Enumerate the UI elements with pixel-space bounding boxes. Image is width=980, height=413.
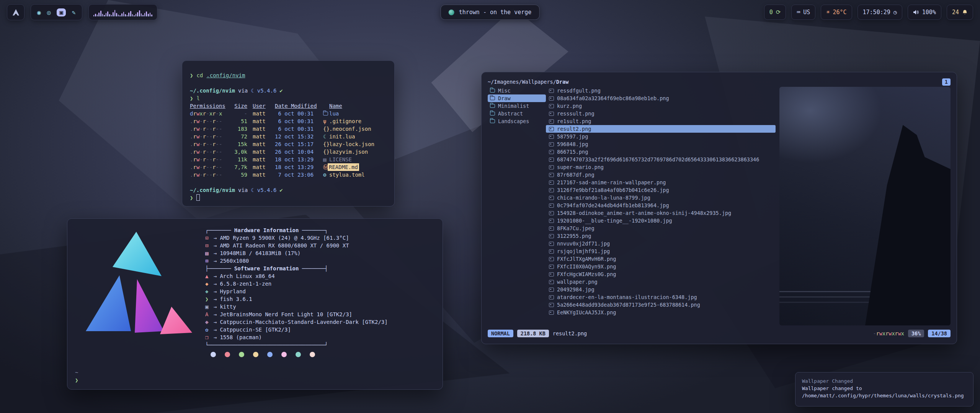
weather-widget[interactable]: ☀ 26°C: [821, 5, 852, 20]
volume-widget[interactable]: 100%: [908, 5, 941, 20]
file-row[interactable]: 19201080-__blue-tinge__-1920×1080.jpg: [546, 217, 776, 224]
file-row[interactable]: 68747470733a2f2f696d616765732d7769786d70…: [546, 156, 776, 163]
notification-popup[interactable]: Wallpaper Changed Wallpaper changed to /…: [795, 372, 973, 406]
image-file-icon: [549, 226, 554, 231]
folder-icon: [490, 96, 495, 100]
file-name: 217167-sad-anime-rain-wallpaper.png: [557, 179, 666, 186]
parent-folder-list: MiscDrawMinimalistAbstractLandscapes: [488, 87, 546, 325]
file-manager-window[interactable]: ~/Imagenes/Wallpapers/Draw 1 MiscDrawMin…: [481, 72, 957, 344]
file-manager-header: ~/Imagenes/Wallpapers/Draw 1: [488, 77, 951, 87]
file-row[interactable]: nnvuv0xj2df71.jpg: [546, 240, 776, 247]
file-row[interactable]: 596848.jpg: [546, 140, 776, 148]
user-cell: matt: [247, 110, 270, 117]
file-row[interactable]: 154928-odinokoe_anime-art-anime-okno-sin…: [546, 209, 776, 217]
workspace-4[interactable]: ✎: [72, 9, 76, 16]
file-row[interactable]: 3122955.png: [546, 232, 776, 240]
keyboard-layout-widget[interactable]: ⌨ US: [791, 5, 815, 20]
image-file-icon: [549, 303, 554, 307]
image-file-icon: [549, 288, 554, 292]
section-bottom-border: └────────────────────────────────────┘: [205, 341, 435, 349]
file-name: LICENSE: [328, 156, 352, 163]
audio-visualizer: [88, 4, 157, 20]
icons-icon: ✿: [205, 326, 214, 333]
file-row[interactable]: atardecer-en-la-montanas-ilustracion-634…: [546, 293, 776, 301]
font-icon: A: [205, 311, 214, 318]
fastfetch-info-line: ❉→Catppuccin-Macchiato-Standard-Lavender…: [205, 318, 435, 326]
file-row[interactable]: ressdfgult.png: [546, 87, 776, 94]
file-row[interactable]: 866715.png: [546, 148, 776, 156]
ls-row: drwxr-xr-x-matt 6 oct 00:31lua: [190, 110, 387, 117]
image-file-icon: [549, 311, 554, 315]
status-filename: result2.png: [553, 330, 587, 337]
updates-widget[interactable]: 0 ⟳: [764, 5, 786, 20]
file-name: 596848.jpg: [557, 140, 588, 148]
cava-bar: [116, 13, 117, 16]
sun-icon: ☀: [826, 9, 830, 16]
file-row[interactable]: 20492984.jpg: [546, 286, 776, 293]
file-row[interactable]: 217167-sad-anime-rain-wallpaper.png: [546, 179, 776, 186]
cwd-path: ~/.config/nvim: [190, 87, 235, 94]
file-name: 866715.png: [557, 148, 588, 156]
workspace-1[interactable]: ◉: [37, 9, 41, 16]
file-row[interactable]: 0c794faf07de24a4db4d4fb1eb813964.jpg: [546, 202, 776, 209]
tab-badge[interactable]: 1: [942, 78, 951, 86]
workspace-2[interactable]: ◎: [47, 9, 51, 16]
folder-icon: [490, 104, 495, 108]
file-row[interactable]: 587597.jpg: [546, 133, 776, 140]
user-cell: matt: [247, 171, 270, 179]
cava-bar: [142, 15, 144, 16]
file-name: init.lua: [328, 133, 355, 140]
sidebar-folder-abstract[interactable]: Abstract: [488, 110, 546, 117]
col-header-user: User: [247, 102, 270, 110]
file-row[interactable]: result2.png: [546, 125, 776, 133]
file-row[interactable]: 3126f7e9bbf21a8a4af0b67b041c6e26.jpg: [546, 186, 776, 194]
memory-icon: ▤: [205, 249, 214, 257]
fastfetch-info-line: ▤→10948MiB / 64183MiB (17%): [205, 249, 435, 257]
launcher-button[interactable]: [7, 4, 24, 20]
file-row[interactable]: FXfcHgcWIAMzs0G.png: [546, 270, 776, 278]
file-row[interactable]: 5a266e448add93deab367d87173e9f25-6837886…: [546, 301, 776, 309]
file-name: lazy-lock.json: [328, 140, 374, 148]
file-row[interactable]: 87r687df.png: [546, 171, 776, 179]
music-player-widget[interactable]: thrown - on the verge: [441, 5, 540, 20]
info-value: 6.5.8-zen1-1-zen: [220, 280, 271, 288]
cava-bar: [128, 13, 129, 16]
terminal-window-nvim[interactable]: ❯cd.config/nvim ~/.config/nvimvia☾v5.4.6…: [182, 60, 395, 206]
file-row[interactable]: wallpaper.png: [546, 278, 776, 286]
col-header-name: Name: [328, 102, 342, 110]
sidebar-folder-misc[interactable]: Misc: [488, 87, 546, 94]
shell-command-line: ❯l: [190, 94, 387, 102]
command-l: l: [196, 94, 199, 102]
file-row[interactable]: resssult.png: [546, 110, 776, 117]
sidebar-folder-draw[interactable]: Draw: [488, 94, 546, 102]
file-row[interactable]: chica-mirando-la-luna-8799.jpg: [546, 194, 776, 202]
date-cell: 6 oct 00:31: [270, 125, 318, 133]
size-cell: 72: [230, 133, 247, 140]
user-cell: matt: [247, 133, 270, 140]
file-row[interactable]: FXfcII0X0AQyn9X.png: [546, 263, 776, 270]
file-type-icon: Ⓜ: [318, 163, 328, 171]
fastfetch-logo: [75, 226, 205, 357]
cava-bar: [141, 13, 142, 16]
file-row[interactable]: FXfcJlTXgAMvH6R.png: [546, 255, 776, 263]
file-row[interactable]: super-mario.png: [546, 163, 776, 171]
notifications-widget[interactable]: 24: [947, 5, 973, 20]
terminal-window-fastfetch[interactable]: ┌─────── Hardware Information ───────┐⊡→…: [67, 218, 443, 390]
workspace-3[interactable]: ▣: [57, 8, 66, 16]
cava-bar: [119, 15, 121, 16]
file-row[interactable]: 8FKa7Cu.jpeg: [546, 224, 776, 232]
file-row[interactable]: re1sult.png: [546, 117, 776, 125]
size-cell: 7,7k: [230, 163, 247, 171]
clock-widget[interactable]: 17:50:29 ◷: [858, 5, 902, 20]
file-name: atardecer-en-la-montanas-ilustracion-634…: [557, 293, 697, 301]
image-file-icon: [549, 180, 554, 185]
file-row[interactable]: EeNKYgIUcAAJ5JX.png: [546, 309, 776, 316]
sidebar-folder-minimalist[interactable]: Minimalist: [488, 102, 546, 110]
starship-context-line: ~/.config/nvimvia☾v5.4.6✔: [190, 186, 387, 194]
sidebar-folder-landscapes[interactable]: Landscapes: [488, 117, 546, 125]
file-row[interactable]: rsjqojlmjhf91.jpg: [546, 247, 776, 255]
file-name: 5a266e448add93deab367d87173e9f25-6837886…: [557, 301, 700, 309]
file-name: 3122955.png: [557, 232, 591, 240]
file-row[interactable]: 08a634fa02a32364f69ebc86a98eb1eb.png: [546, 94, 776, 102]
file-row[interactable]: kurz.png: [546, 102, 776, 110]
